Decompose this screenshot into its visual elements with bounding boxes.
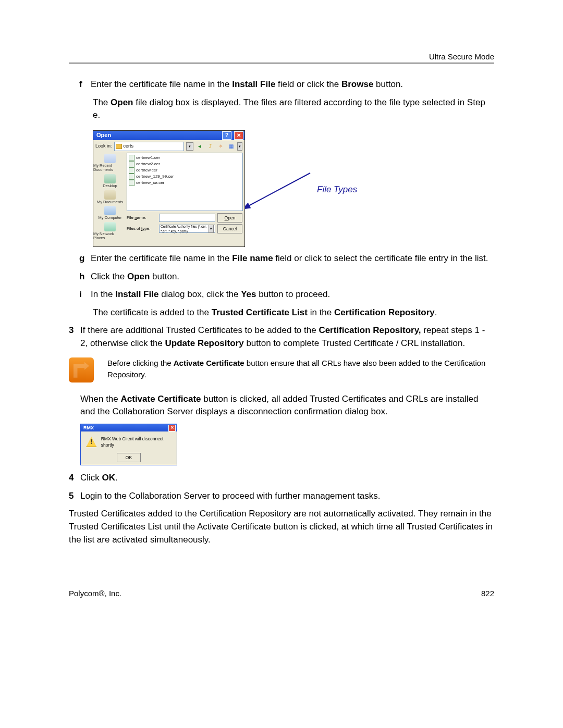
cancel-button[interactable]: Cancel [217, 224, 242, 233]
text: Certification Repository [334, 307, 435, 317]
closing-paragraph: Trusted Certificates added to the Certif… [69, 508, 494, 546]
views-arrow-icon[interactable]: ▾ [237, 142, 242, 151]
step-marker: i [79, 288, 91, 301]
text: When the [80, 394, 121, 404]
rmx-dialog: RMX ✕ ! RMX Web Client will disconnect s… [80, 424, 177, 465]
ok-button[interactable]: OK [117, 453, 141, 462]
annotation-arrow [245, 169, 313, 211]
dialog-title: RMX [83, 425, 94, 431]
lookin-combo[interactable]: certs [114, 142, 184, 151]
step-marker: 3 [69, 324, 80, 337]
text: button. [373, 79, 403, 89]
footer-company: Polycom®, Inc. [69, 588, 121, 599]
text: The [93, 97, 111, 107]
up-folder-icon[interactable]: ⤴ [206, 142, 214, 151]
new-folder-icon[interactable]: ✧ [216, 142, 225, 151]
file-list[interactable]: certnew1.cer certnew2.cer certnew.cer ce… [127, 153, 243, 211]
text: Install File [115, 289, 158, 299]
text: Certification Repository, [319, 325, 421, 335]
step-marker: 5 [69, 490, 80, 503]
page-header-section: Ultra Secure Mode [429, 51, 494, 63]
text: Before clicking the [107, 359, 174, 367]
views-icon[interactable]: ▦ [227, 142, 235, 151]
text: If there are additional Trusted Certific… [80, 325, 319, 335]
text: field or click to select the certificate… [273, 253, 488, 263]
close-icon[interactable]: ✕ [234, 131, 243, 140]
computer-icon [104, 206, 116, 215]
dialog-titlebar: Open ? ✕ [93, 131, 244, 140]
cert-file-icon [129, 155, 134, 161]
text: Click [80, 473, 102, 483]
text: Trusted Certificate List [212, 307, 308, 317]
folder-icon [116, 144, 122, 149]
place-label: Desktop [103, 184, 117, 188]
place-computer[interactable]: My Computer [98, 206, 121, 220]
step-marker: f [79, 78, 91, 91]
list-item[interactable]: certnew1.cer [129, 155, 241, 161]
text: button to proceed. [256, 289, 331, 299]
list-item[interactable]: certnew.cer [129, 167, 241, 174]
text: Enter the certificate file name in the [91, 253, 232, 263]
combo-arrow-icon[interactable]: ▾ [209, 225, 214, 233]
text: Update Repository [165, 338, 244, 348]
step-3: 3 If there are additional Trusted Certif… [69, 324, 494, 350]
step-marker: g [79, 252, 91, 265]
text: Activate Certificate [121, 394, 201, 404]
step-f-line2: The Open file dialog box is displayed. T… [93, 96, 494, 122]
filename-input[interactable] [159, 214, 215, 222]
cert-file-icon [129, 167, 134, 174]
file-name: certnew1.cer [136, 155, 160, 161]
after-note-text: When the Activate Certificate button is … [80, 393, 494, 418]
text: Install File [232, 79, 275, 89]
file-name: certnew_ca.cer [136, 180, 164, 186]
place-recent[interactable]: My Recent Documents [93, 154, 127, 172]
dialog-message: RMX Web Client will disconnect shortly [101, 436, 173, 449]
text: Yes [241, 289, 256, 299]
text: button to complete Trusted Certificate /… [244, 338, 466, 348]
note-icon [69, 357, 94, 382]
combo-arrow-icon[interactable]: ▾ [186, 142, 193, 151]
network-icon [104, 222, 116, 231]
note-block: Before clicking the Activate Certificate… [69, 357, 494, 382]
text: dialog box, click the [158, 289, 241, 299]
filetype-value: Certificate Authority files (*.cer, *.cr… [161, 224, 207, 234]
places-bar: My Recent Documents Desktop My Documents… [93, 153, 127, 237]
footer-page-number: 822 [481, 588, 494, 599]
annotation-file-types: File Types [317, 183, 357, 196]
dialog-toolbar: Look in: certs ▾ ◄ ⤴ ✧ ▦ ▾ [93, 140, 244, 153]
svg-line-0 [248, 173, 310, 206]
lookin-label: Look in: [95, 143, 112, 150]
filetype-combo[interactable]: Certificate Authority files (*.cer, *.cr… [159, 225, 215, 233]
place-network[interactable]: My Network Places [93, 222, 127, 240]
list-item[interactable]: certnew2.cer [129, 161, 241, 167]
step-i: i In the Install File dialog box, click … [79, 288, 494, 301]
place-desktop[interactable]: Desktop [103, 174, 117, 188]
place-documents[interactable]: My Documents [97, 190, 123, 204]
text: . [435, 307, 437, 317]
cert-file-icon [129, 180, 134, 186]
text: . [115, 473, 118, 483]
list-item[interactable]: certnew_ca.cer [129, 180, 241, 186]
step-5: 5 Login to the Collaboration Server to p… [69, 490, 494, 503]
open-button[interactable]: Open [217, 213, 242, 223]
text: in the [308, 307, 334, 317]
close-icon[interactable]: ✕ [168, 425, 176, 431]
lookin-value: certs [124, 143, 134, 150]
text: Browse [341, 79, 373, 89]
place-label: My Documents [97, 200, 123, 204]
desktop-icon [104, 174, 116, 183]
cert-file-icon [129, 174, 134, 180]
recent-icon [104, 154, 116, 163]
text: Click the [91, 272, 127, 281]
filetype-label: Files of type: [127, 226, 157, 232]
text: Open [111, 97, 133, 107]
place-label: My Network Places [93, 232, 127, 240]
step-marker: 4 [69, 472, 80, 485]
text: The certificate is added to the [93, 307, 212, 317]
place-label: My Recent Documents [93, 164, 127, 172]
back-icon[interactable]: ◄ [195, 142, 204, 151]
help-icon[interactable]: ? [222, 131, 231, 140]
list-item[interactable]: certnew_129_99.cer [129, 174, 241, 180]
text: Enter the certificate file name in the [91, 79, 232, 89]
place-label: My Computer [98, 216, 121, 220]
